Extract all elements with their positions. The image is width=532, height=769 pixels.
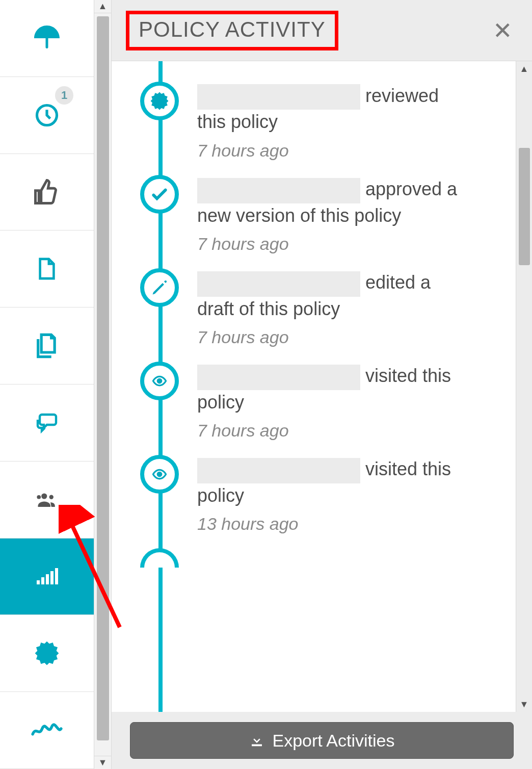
activity-text: approved a new version of this policy <box>197 177 462 228</box>
thumbs-up-icon <box>33 178 61 206</box>
sidebar-scroll-thumb[interactable] <box>97 16 109 740</box>
activity-time: 7 hours ago <box>197 141 462 161</box>
scroll-up-icon[interactable]: ▲ <box>94 0 111 13</box>
activity-text: reviewed this policy <box>197 84 462 135</box>
scroll-down-icon[interactable]: ▼ <box>94 756 111 769</box>
comments-icon <box>32 411 62 435</box>
activity-time: 7 hours ago <box>197 234 462 254</box>
export-activities-button[interactable]: Export Activities <box>130 722 514 759</box>
activity-text: visited this policy <box>197 364 462 415</box>
users-icon <box>32 489 62 510</box>
svg-point-1 <box>41 493 47 499</box>
sidebar-item-comments[interactable] <box>0 385 94 462</box>
sidebar-item-files[interactable] <box>0 307 94 385</box>
activity-row: edited a draft of this policy 7 hours ag… <box>112 268 516 347</box>
panel-scroll-thumb[interactable] <box>519 148 530 265</box>
activity-node <box>140 548 179 568</box>
files-icon <box>34 331 60 360</box>
sidebar-item-users[interactable] <box>0 462 94 539</box>
scroll-down-icon[interactable]: ▼ <box>516 697 532 712</box>
svg-point-3 <box>37 495 41 499</box>
redacted-name <box>197 458 360 483</box>
sidebar-item-clock[interactable]: 1 <box>0 77 94 154</box>
activity-row <box>112 548 516 568</box>
redacted-name <box>197 271 360 297</box>
sidebar-item-certificate[interactable] <box>0 615 94 692</box>
panel-scrollbar[interactable]: ▲ ▼ <box>516 61 532 712</box>
signature-icon <box>31 721 63 740</box>
scroll-up-icon[interactable]: ▲ <box>516 61 532 76</box>
sidebar-item-umbrella[interactable] <box>0 0 94 77</box>
activity-node <box>140 268 179 307</box>
check-icon <box>149 184 170 204</box>
export-button-label: Export Activities <box>273 731 395 751</box>
certificate-icon <box>33 639 61 668</box>
svg-rect-5 <box>41 577 44 584</box>
svg-point-2 <box>49 495 54 499</box>
svg-point-9 <box>157 379 162 383</box>
panel-footer: Export Activities <box>112 712 532 769</box>
close-button[interactable]: ✕ <box>488 17 518 44</box>
activity-row: visited this policy 7 hours ago <box>112 362 516 441</box>
svg-rect-7 <box>50 571 54 584</box>
activity-node <box>140 362 179 400</box>
panel-header: POLICY ACTIVITY ✕ <box>112 0 532 61</box>
activity-timeline: reviewed this policy 7 hours ago approve… <box>112 61 516 712</box>
eye-icon <box>148 467 171 482</box>
clock-icon <box>34 102 60 129</box>
sidebar-item-signal[interactable] <box>0 539 94 616</box>
redacted-name <box>197 365 360 390</box>
svg-point-10 <box>157 473 162 477</box>
sidebar-item-file[interactable] <box>0 230 94 307</box>
sidebar-item-thumbs-up[interactable] <box>0 154 94 231</box>
pencil-icon <box>150 278 169 297</box>
certificate-icon <box>149 90 170 112</box>
activity-text: visited this policy <box>197 457 462 508</box>
umbrella-icon <box>32 23 62 54</box>
redacted-name <box>197 178 360 203</box>
panel-title-highlight: POLICY ACTIVITY <box>126 11 338 50</box>
activity-time: 13 hours ago <box>197 514 462 534</box>
activity-text: edited a draft of this policy <box>197 270 462 321</box>
activity-node <box>140 82 179 120</box>
download-icon <box>249 733 264 748</box>
activity-row: reviewed this policy 7 hours ago <box>112 82 516 161</box>
activity-time: 7 hours ago <box>197 421 462 441</box>
activity-row: visited this policy 13 hours ago <box>112 455 516 534</box>
activity-row: approved a new version of this policy 7 … <box>112 175 516 254</box>
activity-node <box>140 455 179 494</box>
panel-title: POLICY ACTIVITY <box>139 17 326 42</box>
svg-rect-8 <box>55 568 58 584</box>
notification-badge: 1 <box>55 86 73 105</box>
activity-time: 7 hours ago <box>197 327 462 347</box>
sidebar-item-signature[interactable] <box>0 692 94 769</box>
svg-rect-6 <box>46 574 49 584</box>
signal-icon <box>32 564 62 588</box>
svg-rect-4 <box>37 580 40 584</box>
file-icon <box>35 254 59 284</box>
sidebar-scrollbar[interactable]: ▲ ▼ <box>94 0 112 769</box>
activity-node <box>140 175 179 214</box>
eye-icon <box>148 373 171 389</box>
activity-panel: POLICY ACTIVITY ✕ reviewed this policy 7… <box>112 0 532 769</box>
redacted-name <box>197 84 360 110</box>
sidebar: 1 <box>0 0 94 769</box>
